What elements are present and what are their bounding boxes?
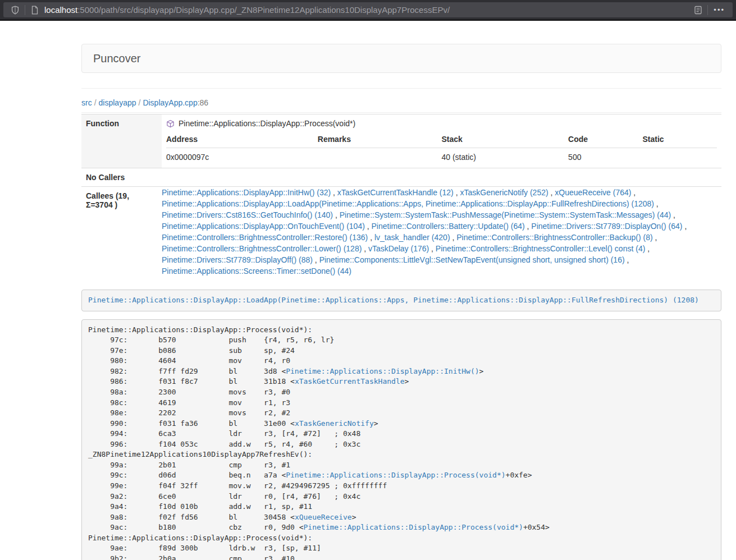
static-value bbox=[643, 148, 717, 168]
breadcrumb-link-displayapp[interactable]: displayapp bbox=[99, 98, 136, 107]
page-icon bbox=[29, 4, 41, 16]
callee-separator: , bbox=[365, 222, 372, 231]
browser-toolbar: localhost:5000/path/src/displayapp/Displ… bbox=[0, 0, 736, 20]
reader-view-icon[interactable] bbox=[692, 4, 704, 16]
url-path: :5000/path/src/displayapp/DisplayApp.cpp… bbox=[77, 5, 450, 15]
code-symbol-link[interactable]: xTaskGetCurrentTaskHandle bbox=[295, 377, 405, 385]
callee-link[interactable]: Pinetime::Applications::DisplayApp::OnTo… bbox=[162, 222, 365, 231]
stats-header-row: Address Remarks Stack Code Static bbox=[166, 131, 717, 148]
callee-separator: , bbox=[454, 188, 460, 197]
callee-separator: , bbox=[671, 210, 675, 219]
url-text: localhost:5000/path/src/displayapp/Displ… bbox=[44, 5, 692, 15]
breadcrumb-link-file[interactable]: DisplayApp.cpp bbox=[143, 98, 197, 107]
callee-link[interactable]: Pinetime::Drivers::St7789::DisplayOn() (… bbox=[531, 222, 682, 231]
symbol-line: Pinetime::Applications::DisplayApp::Proc… bbox=[162, 114, 721, 131]
callees-list: Pinetime::Applications::DisplayApp::Init… bbox=[162, 187, 721, 277]
column-header-code: Code bbox=[568, 131, 642, 148]
column-header-remarks: Remarks bbox=[318, 131, 442, 148]
function-label: Function bbox=[81, 114, 162, 168]
column-header-static: Static bbox=[643, 131, 717, 148]
callee-link[interactable]: Pinetime::Controllers::BrightnessControl… bbox=[162, 244, 362, 253]
column-header-address: Address bbox=[166, 131, 318, 148]
no-callers-cell bbox=[162, 168, 721, 187]
code-symbol-link[interactable]: Pinetime::Applications::DisplayApp::Proc… bbox=[286, 471, 505, 479]
symbol-stats-table: Address Remarks Stack Code Static 0x0000… bbox=[166, 131, 717, 168]
callees-row: Callees (19, Σ=3704 ) Pinetime::Applicat… bbox=[81, 187, 721, 277]
callee-link[interactable]: lv_task_handler (420) bbox=[374, 233, 450, 242]
callee-separator: , bbox=[429, 244, 436, 253]
stack-value: 40 (static) bbox=[441, 148, 568, 168]
shield-icon[interactable] bbox=[9, 4, 21, 16]
callee-separator: , bbox=[653, 233, 657, 242]
callee-separator: , bbox=[368, 233, 374, 242]
callee-link[interactable]: Pinetime::Controllers::Battery::Update()… bbox=[372, 222, 525, 231]
callee-link[interactable]: Pinetime::Applications::DisplayApp::Load… bbox=[162, 199, 654, 208]
callee-link[interactable]: Pinetime::Controllers::BrightnessControl… bbox=[162, 233, 368, 242]
stats-data-row: 0x0000097c 40 (static) 500 bbox=[166, 148, 717, 168]
callee-link[interactable]: Pinetime::Applications::DisplayApp::Init… bbox=[162, 188, 331, 197]
code-value: 500 bbox=[568, 148, 642, 168]
callee-link[interactable]: xQueueReceive (764) bbox=[555, 188, 631, 197]
loadapp-symbol-link[interactable]: Pinetime::Applications::DisplayApp::Load… bbox=[88, 296, 699, 304]
no-callers-label: No Callers bbox=[81, 168, 162, 187]
brand-panel: Puncover bbox=[81, 44, 721, 73]
function-row: Function Pinetime::Applications::Display… bbox=[81, 114, 721, 168]
remarks-value bbox=[318, 148, 442, 168]
callee-separator: , bbox=[548, 188, 555, 197]
page-title: Puncover bbox=[93, 52, 141, 65]
callee-separator: , bbox=[450, 233, 457, 242]
chrome-bottom-border bbox=[0, 20, 736, 21]
callee-separator: , bbox=[654, 199, 659, 208]
no-callers-row: No Callers bbox=[81, 168, 721, 187]
page-container: Puncover src/displayapp/DisplayApp.cpp:8… bbox=[81, 44, 721, 560]
callees-label: Callees (19, Σ=3704 ) bbox=[81, 187, 162, 277]
callee-separator: , bbox=[625, 255, 629, 264]
breadcrumb-link-src[interactable]: src bbox=[81, 98, 92, 107]
url-host: localhost bbox=[44, 5, 77, 15]
callee-separator: , bbox=[645, 244, 650, 253]
column-header-stack: Stack bbox=[441, 131, 568, 148]
toolbar-divider bbox=[25, 5, 25, 15]
breadcrumb-separator: / bbox=[94, 98, 97, 107]
callee-separator: , bbox=[331, 188, 337, 197]
address-value: 0x0000097c bbox=[166, 148, 318, 168]
breadcrumb-separator: / bbox=[139, 98, 141, 107]
callee-separator: , bbox=[362, 244, 368, 253]
code-symbol-link[interactable]: Pinetime::Applications::DisplayApp::Proc… bbox=[304, 523, 523, 531]
callee-separator: , bbox=[631, 188, 636, 197]
callee-link[interactable]: Pinetime::Drivers::Cst816S::GetTouchInfo… bbox=[162, 210, 333, 219]
callee-separator: , bbox=[313, 255, 319, 264]
symbol-name: Pinetime::Applications::DisplayApp::Proc… bbox=[179, 119, 355, 128]
callee-link[interactable]: xTaskGetCurrentTaskHandle (12) bbox=[337, 188, 454, 197]
callee-separator: , bbox=[333, 210, 340, 219]
code-symbol-link[interactable]: xTaskGenericNotify bbox=[295, 419, 374, 428]
url-bar[interactable]: localhost:5000/path/src/displayapp/Displ… bbox=[3, 2, 733, 17]
symbol-table: Function Pinetime::Applications::Display… bbox=[81, 114, 721, 277]
callee-separator: , bbox=[683, 222, 687, 231]
function-cell: Pinetime::Applications::DisplayApp::Proc… bbox=[162, 114, 721, 168]
menu-icon[interactable]: ••• bbox=[714, 6, 725, 13]
breadcrumb: src/displayapp/DisplayApp.cpp:86 bbox=[81, 89, 721, 113]
callee-link[interactable]: vTaskDelay (176) bbox=[368, 244, 429, 253]
callee-link[interactable]: Pinetime::Applications::Screens::Timer::… bbox=[162, 267, 351, 276]
callee-link[interactable]: Pinetime::Controllers::BrightnessControl… bbox=[436, 244, 645, 253]
highlighted-symbol-box: Pinetime::Applications::DisplayApp::Load… bbox=[81, 290, 721, 311]
callee-link[interactable]: Pinetime::Components::LittleVgl::SetNewT… bbox=[319, 255, 625, 264]
disassembly-code: Pinetime::Applications::DisplayApp::Proc… bbox=[81, 319, 721, 560]
toolbar-divider bbox=[707, 5, 708, 15]
callee-link[interactable]: Pinetime::Controllers::BrightnessControl… bbox=[456, 233, 652, 242]
code-symbol-link[interactable]: xQueueReceive bbox=[295, 513, 352, 521]
breadcrumb-line-number: :86 bbox=[198, 98, 208, 107]
callee-separator: , bbox=[525, 222, 532, 231]
code-symbol-link[interactable]: Pinetime::Applications::DisplayApp::Init… bbox=[286, 367, 479, 375]
callee-link[interactable]: Pinetime::System::SystemTask::PushMessag… bbox=[340, 210, 671, 219]
callee-link[interactable]: xTaskGenericNotify (252) bbox=[460, 188, 548, 197]
callee-link[interactable]: Pinetime::Drivers::St7789::DisplayOff() … bbox=[162, 255, 313, 264]
cube-icon bbox=[166, 120, 175, 128]
